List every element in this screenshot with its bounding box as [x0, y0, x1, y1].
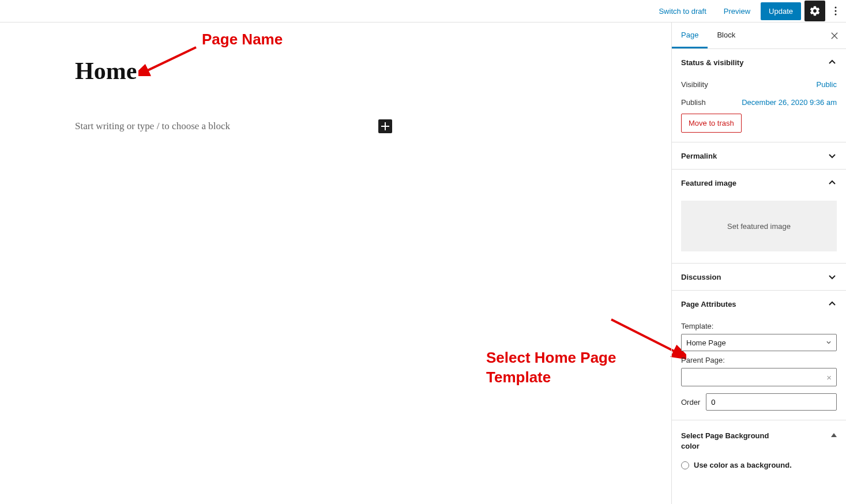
- settings-sidebar: Page Block Status & visibility Visibilit…: [671, 22, 846, 504]
- clear-parent-icon[interactable]: ×: [826, 373, 832, 382]
- panel-title-permalink: Permalink: [681, 152, 717, 160]
- add-block-button[interactable]: [378, 119, 392, 133]
- close-icon: [831, 32, 838, 39]
- order-input[interactable]: [706, 393, 837, 411]
- panel-bgcolor: Select Page Background color Use color a…: [672, 420, 846, 473]
- order-label: Order: [681, 398, 700, 407]
- panel-toggle-attributes[interactable]: Page Attributes: [672, 291, 846, 317]
- panel-title-featured: Featured image: [681, 179, 736, 187]
- panel-page-attributes: Page Attributes Template: Home Page Pare…: [672, 291, 846, 420]
- update-button[interactable]: Update: [761, 2, 801, 20]
- chevron-down-icon: [828, 151, 837, 160]
- more-options-button[interactable]: [829, 1, 843, 21]
- panel-title-bgcolor: Select Page Background color: [681, 431, 785, 452]
- move-to-trash-button[interactable]: Move to trash: [681, 114, 742, 133]
- svg-line-4: [611, 319, 678, 353]
- template-label: Template:: [681, 322, 837, 330]
- switch-to-draft-button[interactable]: Switch to draft: [652, 2, 713, 20]
- template-value: Home Page: [686, 338, 726, 347]
- top-toolbar: Switch to draft Preview Update: [0, 0, 846, 22]
- svg-point-0: [835, 7, 837, 9]
- panel-toggle-discussion[interactable]: Discussion: [672, 264, 846, 290]
- panel-discussion: Discussion: [672, 264, 846, 291]
- tab-page[interactable]: Page: [672, 22, 708, 48]
- template-select[interactable]: Home Page: [681, 334, 837, 351]
- panel-toggle-permalink[interactable]: Permalink: [672, 142, 846, 169]
- gear-icon: [809, 5, 821, 17]
- set-featured-image-button[interactable]: Set featured image: [681, 201, 837, 251]
- panel-permalink: Permalink: [672, 142, 846, 170]
- panel-toggle-status[interactable]: Status & visibility: [672, 49, 846, 76]
- panel-toggle-featured[interactable]: Featured image: [672, 170, 846, 196]
- panel-toggle-bgcolor[interactable]: Select Page Background color: [672, 420, 846, 457]
- close-sidebar-button[interactable]: [828, 29, 841, 43]
- visibility-label: Visibility: [681, 80, 708, 89]
- settings-button[interactable]: [804, 1, 825, 21]
- panel-title-discussion: Discussion: [681, 273, 721, 281]
- parent-page-label: Parent Page:: [681, 356, 837, 364]
- panel-status-visibility: Status & visibility Visibility Public Pu…: [672, 49, 846, 142]
- chevron-down-icon: [828, 272, 837, 281]
- bgcolor-option-label: Use color as a background.: [694, 461, 792, 469]
- svg-point-1: [835, 10, 837, 12]
- svg-point-2: [835, 14, 837, 16]
- bgcolor-option-1[interactable]: Use color as a background.: [672, 457, 846, 473]
- sidebar-tabs: Page Block: [672, 22, 846, 49]
- parent-page-select[interactable]: ×: [681, 368, 837, 386]
- chevron-up-icon: [828, 299, 837, 309]
- plus-icon: [381, 122, 389, 130]
- tab-block[interactable]: Block: [708, 22, 745, 48]
- panel-title-status: Status & visibility: [681, 58, 743, 67]
- annotation-select-template: Select Home Page Template: [486, 348, 671, 388]
- publish-value[interactable]: December 26, 2020 9:36 am: [742, 98, 837, 107]
- page-title[interactable]: Home: [75, 57, 507, 85]
- visibility-value[interactable]: Public: [817, 80, 837, 89]
- panel-title-attributes: Page Attributes: [681, 300, 736, 309]
- chevron-down-icon: [826, 338, 832, 347]
- editor-canvas[interactable]: Home Start writing or type / to choose a…: [0, 22, 671, 504]
- triangle-up-icon: [831, 433, 837, 437]
- preview-button[interactable]: Preview: [717, 2, 757, 20]
- radio-icon: [681, 461, 689, 469]
- ellipsis-vertical-icon: [834, 6, 837, 16]
- chevron-up-icon: [828, 178, 837, 187]
- panel-featured-image: Featured image Set featured image: [672, 170, 846, 264]
- block-placeholder[interactable]: Start writing or type / to choose a bloc…: [75, 121, 230, 132]
- annotation-page-name: Page Name: [202, 31, 283, 48]
- publish-label: Publish: [681, 98, 706, 107]
- chevron-up-icon: [828, 58, 837, 67]
